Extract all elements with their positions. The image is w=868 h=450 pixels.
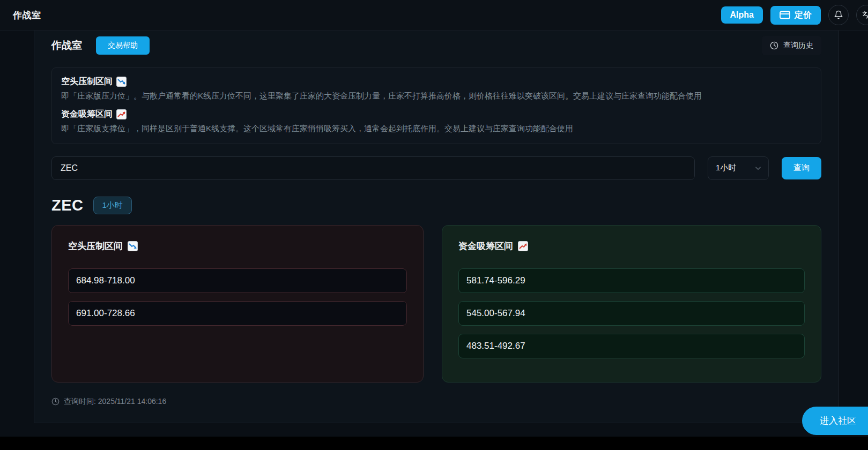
result-cards: 空头压制区间 684.98-718.00 691.00-728.66 资金吸筹区… — [51, 225, 821, 382]
range-item: 483.51-492.67 — [458, 334, 805, 358]
card-icon — [780, 11, 790, 19]
result-symbol: ZEC — [51, 197, 84, 214]
bearish-card: 空头压制区间 684.98-718.00 691.00-728.66 — [51, 225, 424, 382]
clock-icon — [51, 398, 60, 406]
query-history-label: 查询历史 — [783, 41, 813, 50]
language-button[interactable] — [856, 5, 868, 25]
query-time: 查询时间: 2025/11/21 14:06:16 — [51, 397, 821, 407]
range-item: 691.00-728.66 — [68, 301, 407, 326]
interval-select[interactable]: 1小时 — [708, 156, 769, 180]
clock-icon — [770, 41, 778, 50]
query-button[interactable]: 查询 — [782, 157, 821, 179]
chart-decreasing-icon — [116, 77, 127, 87]
app-title: 作战室 — [13, 9, 41, 21]
bullish-zone-title-text: 资金吸筹区间 — [61, 109, 113, 120]
trading-help-button[interactable]: 交易帮助 — [96, 36, 150, 55]
result-header: ZEC 1小时 — [51, 197, 821, 214]
bullish-card-title-text: 资金吸筹区间 — [458, 240, 513, 252]
bearish-zone-title: 空头压制区间 — [61, 76, 812, 87]
bullish-range-list: 581.74-596.29 545.00-567.94 483.51-492.6… — [458, 268, 805, 358]
alpha-button-label: Alpha — [730, 10, 754, 20]
translate-icon — [862, 10, 868, 20]
navbar-actions: Alpha 定价 — [721, 5, 868, 25]
bearish-zone-title-text: 空头压制区间 — [61, 76, 113, 87]
panel-header: 作战室 交易帮助 查询历史 — [51, 35, 821, 56]
chart-decreasing-icon — [128, 241, 138, 251]
interval-badge: 1小时 — [93, 197, 132, 214]
chart-increasing-icon — [518, 241, 528, 251]
query-history-button[interactable]: 查询历史 — [762, 36, 821, 55]
bell-icon — [834, 10, 843, 20]
legend-info-box: 空头压制区间 即「庄家版压力位」。与散户通常看的K线压力位不同，这里聚集了庄家的… — [51, 68, 821, 144]
bullish-card-title: 资金吸筹区间 — [458, 240, 805, 252]
range-item: 545.00-567.94 — [458, 301, 805, 326]
bullish-zone-desc: 即「庄家版支撑位」，同样是区别于普通K线支撑。这个区域常有庄家悄悄吸筹买入，通常… — [61, 123, 812, 134]
bearish-range-list: 684.98-718.00 691.00-728.66 — [68, 268, 407, 326]
bullish-card: 资金吸筹区间 581.74-596.29 545.00-567.94 483.5… — [442, 225, 821, 382]
enter-community-button[interactable]: 进入社区 — [802, 407, 868, 435]
bullish-zone-title: 资金吸筹区间 — [61, 109, 812, 120]
range-item: 581.74-596.29 — [458, 268, 805, 293]
bottom-strip — [0, 437, 868, 450]
notifications-button[interactable] — [828, 5, 849, 25]
chevron-down-icon — [754, 164, 762, 172]
search-row: 1小时 查询 — [51, 156, 821, 180]
chart-increasing-icon — [116, 109, 127, 119]
bearish-card-title-text: 空头压制区间 — [68, 240, 123, 252]
pricing-button[interactable]: 定价 — [770, 6, 821, 25]
pricing-button-label: 定价 — [795, 10, 812, 21]
page-title: 作战室 — [51, 39, 82, 52]
query-time-text: 查询时间: 2025/11/21 14:06:16 — [64, 397, 166, 407]
bearish-card-title: 空头压制区间 — [68, 240, 407, 252]
range-item: 684.98-718.00 — [68, 268, 407, 293]
alpha-button[interactable]: Alpha — [721, 6, 763, 24]
symbol-input[interactable] — [51, 156, 695, 180]
top-navbar: 作战室 Alpha 定价 — [0, 0, 868, 31]
interval-select-value: 1小时 — [716, 163, 736, 173]
main-panel: 作战室 交易帮助 查询历史 空头压制区间 即「庄家版压力位」。与散户通常看的K线… — [34, 31, 839, 423]
bearish-zone-desc: 即「庄家版压力位」。与散户通常看的K线压力位不同，这里聚集了庄家的大资金压制力量… — [61, 90, 812, 102]
